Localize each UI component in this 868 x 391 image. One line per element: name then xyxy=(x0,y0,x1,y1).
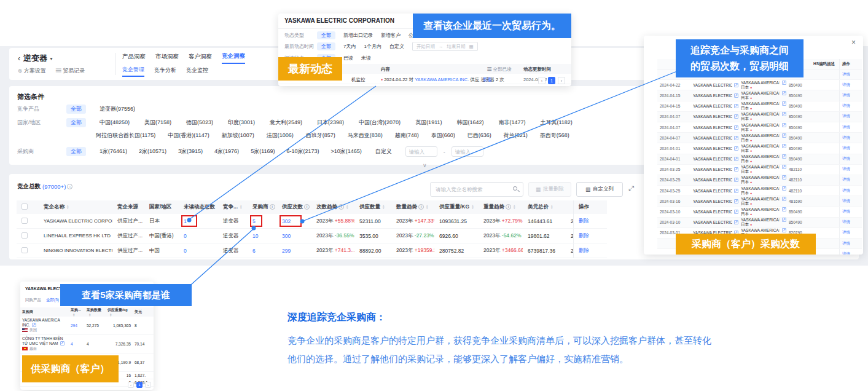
prev-page-button[interactable]: ‹ xyxy=(128,382,134,388)
table-row[interactable]: YASKAWA ELECTRIC CORPORATIO↗ 供应过产... 日本 … xyxy=(17,214,607,229)
country-filter-chip[interactable]: 意大利(2549) xyxy=(270,119,302,127)
activity-type-option[interactable]: 新增客户 xyxy=(381,32,401,39)
detail-link[interactable]: 详情 xyxy=(842,167,850,172)
buyer-count-chip[interactable]: 5家(1169) xyxy=(251,148,275,156)
trade-row[interactable]: 2024-03-25 YASKAWA ELECTRIC CORP...↗ YAS… xyxy=(657,165,862,175)
date-range-input[interactable]: 开始日期→结束日期 ▦ xyxy=(412,42,478,51)
delete-row-link[interactable]: 删除 xyxy=(579,218,589,225)
detail-link[interactable]: 详情 xyxy=(842,219,850,225)
trade-row[interactable]: 2024-04-22 YASKAWA ELECTRIC CORP...↗ YAS… xyxy=(657,80,862,90)
detail-link[interactable]: 详情 xyxy=(842,251,850,255)
buyers-filter-all[interactable]: 全部(5) xyxy=(46,298,59,303)
detail-link[interactable]: 详情 xyxy=(842,177,850,183)
detail-link[interactable]: 详情 xyxy=(842,82,850,88)
row-checkbox[interactable] xyxy=(22,247,28,253)
col-product[interactable]: 竞争...▲▼ xyxy=(218,203,248,211)
open-company-icon[interactable]: ↗ xyxy=(782,91,786,95)
supply-times-link[interactable]: 302 xyxy=(277,218,311,224)
mark-all-read-button[interactable]: ☰ 全部已读 xyxy=(487,66,512,73)
select-all-checkbox[interactable] xyxy=(22,203,28,210)
detail-link[interactable]: 详情 xyxy=(842,72,850,77)
open-company-icon[interactable]: ↗ xyxy=(734,178,738,182)
read-state-option[interactable]: 已读 xyxy=(343,55,353,61)
country-filter-chip[interactable]: 日本(2398) xyxy=(317,119,344,127)
open-company-icon[interactable]: ↗ xyxy=(782,228,786,232)
open-company-icon[interactable]: ↗ xyxy=(782,101,786,106)
filter-buyers-custom[interactable]: 自定义 xyxy=(375,148,392,156)
scheme-title[interactable]: 逆变器 xyxy=(23,53,47,64)
open-company-icon[interactable]: ↗ xyxy=(782,197,786,201)
activity-time-option[interactable]: 1个月内 xyxy=(364,43,381,50)
country-filter-chip[interactable]: 土耳其(1182) xyxy=(541,119,573,127)
back-icon[interactable]: ‹ xyxy=(18,54,20,63)
buyer-company-link[interactable]: YASKAWA AMERICA INC. xyxy=(415,77,469,82)
trade-row[interactable]: 2024-03-25 YASKAWA ELECTRIC CORP...↗ YAS… xyxy=(657,186,862,196)
open-company-icon[interactable]: ↗ xyxy=(734,136,738,140)
trade-row[interactable]: 2024-03-10 YASKAWA ELECTRIC CORP...↗ YAS… xyxy=(657,207,862,217)
open-company-icon[interactable]: ↗ xyxy=(782,133,786,138)
detail-link[interactable]: 详情 xyxy=(842,146,850,151)
unread-count[interactable]: 0 xyxy=(179,248,218,254)
col-name[interactable]: 竞企名称▲▼ xyxy=(39,203,112,211)
scheme-settings-button[interactable]: ⊙ 方案设置 xyxy=(18,67,46,75)
country-filter-chip[interactable]: 越南(748) xyxy=(395,132,419,140)
col-weight[interactable]: 供应重量/KG▲▼ xyxy=(434,203,479,211)
next-page-button[interactable]: › xyxy=(558,77,565,84)
open-company-icon[interactable]: ↗ xyxy=(782,218,786,222)
open-company-icon[interactable]: ↗ xyxy=(782,186,786,191)
buyer-count-link[interactable]: 10 xyxy=(248,233,277,239)
trade-row[interactable]: 2024-04-01 YASKAWA ELECTRIC CORP...↗ YAS… xyxy=(657,143,862,154)
activity-time-all[interactable]: 全部 xyxy=(317,42,335,50)
open-company-icon[interactable]: ↗ xyxy=(782,144,786,148)
open-company-icon[interactable]: ↗ xyxy=(782,123,786,127)
open-company-icon[interactable]: ↗ xyxy=(782,81,786,85)
buyer-count-chip[interactable]: 4家(1976) xyxy=(214,148,239,156)
open-company-icon[interactable]: ↗ xyxy=(782,175,786,180)
buyer-count-link[interactable]: 5 xyxy=(248,218,277,224)
col-times[interactable]: 供应次数i▲▼ xyxy=(277,203,311,211)
trade-records-button[interactable]: ▤ 贸易记录 xyxy=(56,67,85,75)
trade-row[interactable]: 2024-03-10 YASKAWA ELECTRIC CORP...↗ YAS… xyxy=(657,218,862,228)
activity-type-all[interactable]: 全部 xyxy=(317,31,335,39)
buyer-row[interactable]: YASKAWA AMERICA INC.↗ 美国 294 52,275 1,08… xyxy=(20,317,154,335)
filter-product-all[interactable]: 全部 xyxy=(66,105,86,114)
open-company-icon[interactable]: ↗ xyxy=(734,104,738,108)
country-filter-chip[interactable]: 法国(1006) xyxy=(267,132,294,140)
open-company-icon[interactable]: ↗ xyxy=(734,146,738,151)
col-weight-trend[interactable]: 重量趋势i▲▼ xyxy=(479,203,523,211)
col-qty-trend[interactable]: 数量趋势i▲▼ xyxy=(391,203,434,211)
buyer-count-link[interactable]: 6 xyxy=(248,248,277,254)
trade-row[interactable]: 2024-04-15 YASKAWA ELECTRIC CORP...↗ YAS… xyxy=(657,101,862,112)
detail-link[interactable]: 详情 xyxy=(842,209,850,215)
collapse-chevron-icon[interactable]: ∨ xyxy=(423,162,427,168)
read-state-option[interactable]: 未读 xyxy=(361,55,371,61)
open-company-icon[interactable]: ↗ xyxy=(734,83,738,87)
buy-times[interactable]: 294 xyxy=(69,322,85,329)
buyer-count-chip[interactable]: >10家(1465) xyxy=(331,148,362,156)
trade-row[interactable]: 2024-04-07 YASKAWA ELECTRIC CORP...↗ YAS… xyxy=(657,133,862,143)
unread-count[interactable]: 1 xyxy=(179,218,218,224)
table-row[interactable]: NINGBO INNOVATION ELECTRONI↗ 供应过产... 中国 … xyxy=(17,243,607,258)
search-icon[interactable] xyxy=(513,186,517,191)
open-company-icon[interactable]: ↗ xyxy=(734,93,738,98)
col-times-trend[interactable]: 次数趋势i▲▼ xyxy=(311,203,354,211)
open-company-icon[interactable]: ↗ xyxy=(782,207,786,211)
country-filter-chip[interactable]: 美国(7158) xyxy=(144,119,171,127)
country-filter-chip[interactable]: 印度(3001) xyxy=(228,119,255,127)
buyer-count-chip[interactable]: 2家(10571) xyxy=(139,148,166,156)
supply-times-link[interactable]: 300 xyxy=(277,233,311,239)
buyer-count-chip[interactable]: 6-10家(2173) xyxy=(286,148,319,156)
country-filter-chip[interactable]: 中国(台湾)(2070) xyxy=(359,119,401,127)
open-company-icon[interactable]: ↗ xyxy=(32,323,36,327)
open-company-icon[interactable]: ↗ xyxy=(734,157,738,161)
activity-type-option[interactable]: 新增出口记录 xyxy=(343,32,373,39)
country-filter-chip[interactable]: 韩国(1642) xyxy=(456,119,483,127)
trade-row[interactable]: 2024-04-01 YASKAWA ELECTRIC CORP...↗ YAS… xyxy=(657,154,862,165)
close-icon[interactable]: × xyxy=(851,38,856,47)
table-row[interactable]: LINEHAUL EXPRESS HK LTD↗ 供应过产... 中国(香港) … xyxy=(17,229,607,243)
filter-buyers-all[interactable]: 全部 xyxy=(66,147,86,156)
detail-link[interactable]: 详情 xyxy=(842,199,850,204)
country-filter-chip[interactable]: 阿拉伯联合酋长国(1175) xyxy=(96,132,155,140)
delete-row-link[interactable]: 删除 xyxy=(579,232,589,240)
col-qty[interactable]: 供应数量▲▼ xyxy=(354,203,391,211)
